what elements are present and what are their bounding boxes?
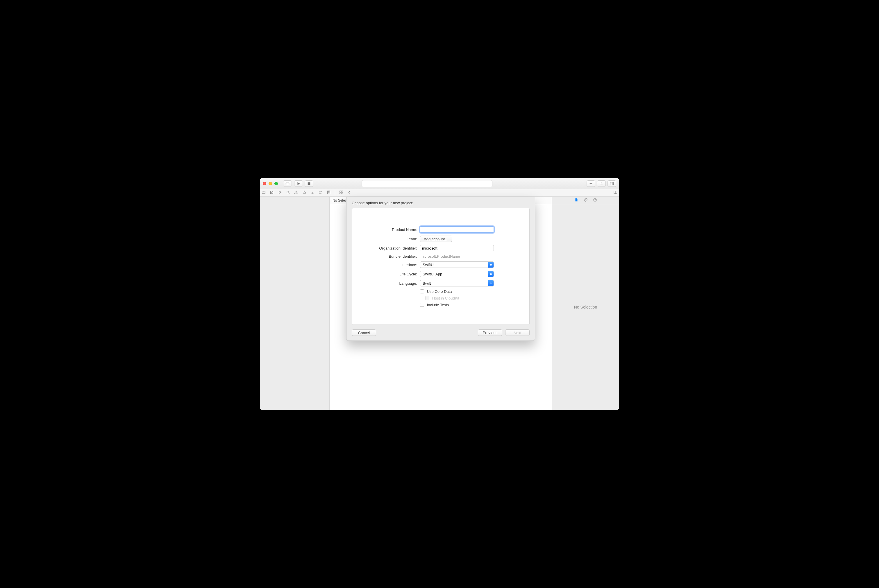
chevrons-icon [488, 271, 494, 277]
sheet-button-row: Cancel Previous Next [352, 330, 530, 336]
product-name-field[interactable] [420, 226, 494, 233]
new-project-sheet: Choose options for your new project: Pro… [346, 196, 535, 341]
previous-button[interactable]: Previous [478, 330, 502, 336]
language-popup[interactable]: Swift [420, 280, 494, 286]
sidebar-right-icon [610, 182, 614, 186]
sidebar-icon [285, 182, 290, 186]
editor-grid-icon[interactable] [339, 190, 343, 195]
cloudkit-checkbox [425, 296, 429, 300]
main-split: No Selection Choose options for your new… [260, 196, 619, 410]
life-cycle-popup[interactable]: SwiftUI App [420, 271, 494, 277]
svg-rect-6 [610, 182, 613, 185]
svg-rect-0 [286, 182, 289, 185]
bundle-id-value: microsoft.ProductName [420, 254, 460, 258]
svg-line-15 [288, 193, 290, 194]
editor-nav [339, 190, 352, 195]
svg-point-20 [312, 193, 313, 194]
file-inspector-icon[interactable] [574, 198, 578, 203]
plus-icon [589, 182, 593, 186]
interface-value: SwiftUI [423, 262, 434, 267]
svg-line-10 [270, 191, 273, 194]
svg-rect-26 [340, 191, 341, 192]
inspector-pane: No Selection [552, 196, 619, 410]
breakpoint-navigator-icon[interactable] [319, 190, 323, 195]
history-back-icon[interactable] [347, 190, 352, 195]
find-navigator-icon[interactable] [286, 190, 290, 195]
org-id-label: Organization Identifier: [362, 246, 420, 250]
editor-right-controls [613, 190, 618, 195]
chevrons-icon [488, 262, 494, 268]
svg-point-18 [296, 193, 296, 194]
titlebar [260, 178, 619, 189]
team-label: Team: [362, 237, 420, 241]
xcode-window: No Selection Choose options for your new… [260, 178, 619, 410]
library-button[interactable] [587, 180, 595, 187]
project-navigator-icon[interactable] [261, 190, 266, 195]
bundle-id-label: Bundle Identifier: [362, 254, 420, 258]
product-name-label: Product Name: [362, 228, 420, 232]
zoom-window-button[interactable] [274, 182, 278, 185]
help-inspector-icon[interactable] [593, 198, 597, 203]
stop-icon [307, 182, 311, 186]
report-navigator-icon[interactable] [327, 190, 331, 195]
cancel-button[interactable]: Cancel [352, 330, 376, 336]
use-core-data-checkbox[interactable] [420, 290, 424, 293]
org-id-field[interactable] [420, 245, 494, 251]
svg-rect-29 [341, 193, 343, 194]
debug-navigator-icon[interactable] [310, 190, 314, 195]
titlebar-left-group [283, 180, 292, 187]
source-control-navigator-icon[interactable] [270, 190, 274, 195]
add-account-button[interactable]: Add account… [420, 236, 452, 242]
life-cycle-value: SwiftUI App [423, 272, 442, 276]
cloudkit-label: Host in CloudKit [432, 296, 459, 300]
language-label: Language: [362, 281, 420, 286]
navigator-tabs [261, 190, 331, 195]
inspector-tabs [552, 196, 619, 204]
test-navigator-icon[interactable] [302, 190, 307, 195]
svg-rect-27 [341, 191, 343, 192]
titlebar-run-group [294, 180, 313, 187]
next-button[interactable]: Next [505, 330, 530, 336]
svg-point-34 [595, 201, 595, 201]
use-core-data-label: Use Core Data [427, 290, 452, 294]
svg-rect-3 [308, 182, 310, 185]
editor-layout-icon[interactable] [613, 190, 618, 195]
include-tests-checkbox[interactable] [420, 303, 424, 307]
minimize-window-button[interactable] [269, 182, 272, 185]
svg-marker-21 [319, 192, 322, 194]
interface-label: Interface: [362, 262, 420, 267]
arrows-icon [600, 182, 603, 186]
sheet-title: Choose options for your new project: [352, 201, 530, 205]
svg-marker-2 [298, 182, 300, 185]
navigator-tabbar [260, 189, 619, 196]
titlebar-right-group [587, 180, 616, 187]
issue-navigator-icon[interactable] [294, 190, 298, 195]
stop-button[interactable] [305, 180, 313, 187]
run-button[interactable] [294, 180, 303, 187]
editor-pane: No Selection Choose options for your new… [330, 196, 552, 410]
activity-viewer[interactable] [362, 180, 493, 187]
life-cycle-label: Life Cycle: [362, 272, 420, 276]
code-review-button[interactable] [597, 180, 606, 187]
sheet-form: Product Name: Team: Add account… Organiz… [352, 208, 530, 325]
include-tests-label: Include Tests [427, 303, 449, 307]
play-icon [296, 182, 301, 186]
language-value: Swift [423, 281, 431, 286]
history-inspector-icon[interactable] [584, 198, 588, 203]
symbol-navigator-icon[interactable] [278, 190, 282, 195]
sidebar-toggle-button[interactable] [283, 180, 292, 187]
svg-rect-28 [340, 193, 341, 194]
navigator-pane [260, 196, 330, 410]
interface-popup[interactable]: SwiftUI [420, 261, 494, 268]
traffic-lights [263, 182, 278, 185]
svg-point-14 [287, 191, 289, 193]
chevrons-icon [488, 280, 494, 286]
inspector-empty-text: No Selection [552, 204, 619, 410]
svg-marker-19 [303, 191, 306, 194]
inspector-toggle-button[interactable] [607, 180, 616, 187]
close-window-button[interactable] [263, 182, 266, 185]
